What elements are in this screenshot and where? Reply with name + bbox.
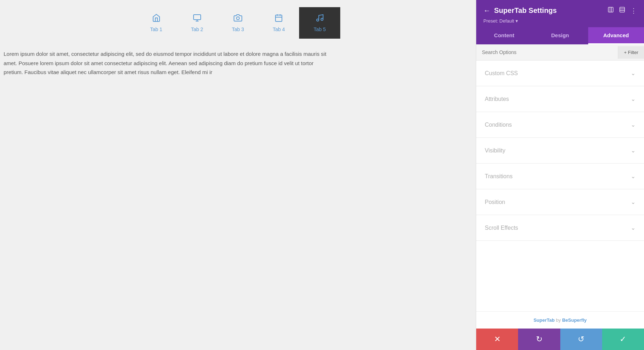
svg-rect-10 (608, 7, 613, 12)
main-area: Tab 1 Tab 2 Tab 3 Tab 4 Tab 5 (0, 0, 476, 350)
panel-icon-layout[interactable] (619, 6, 625, 15)
tab-3-icon (234, 14, 242, 24)
tab-4[interactable]: Tab 4 (258, 7, 299, 39)
panel-title-icons: ⋮ (608, 6, 637, 15)
redo-button[interactable]: ↺ (560, 329, 602, 350)
accordion-position-label: Position (485, 199, 505, 205)
tab-1-label: Tab 1 (150, 26, 162, 32)
accordion-conditions-label: Conditions (485, 122, 512, 128)
search-input[interactable] (476, 44, 618, 60)
tab-5[interactable]: Tab 5 (299, 7, 340, 39)
save-button[interactable]: ✓ (602, 329, 644, 350)
tab-2[interactable]: Tab 2 (177, 7, 218, 39)
svg-point-9 (321, 18, 323, 20)
tab-2-icon (193, 14, 201, 24)
accordion-position-chevron: ⌄ (631, 199, 635, 205)
footer-besuperfly-link[interactable]: BeSuperfly (562, 317, 587, 323)
tab-4-label: Tab 4 (273, 26, 285, 32)
accordion-custom-css-label: Custom CSS (485, 70, 518, 77)
accordion-visibility: Visibility ⌄ (476, 138, 644, 164)
tab-4-icon (274, 14, 283, 24)
save-icon: ✓ (620, 335, 626, 344)
panel-title-row: ← SuperTab Settings ⋮ (483, 6, 637, 15)
accordion-conditions-chevron: ⌄ (631, 121, 635, 128)
accordion-scroll-effects-header[interactable]: Scroll Effects ⌄ (476, 215, 644, 240)
accordion-transitions-label: Transitions (485, 173, 513, 180)
footer-supertab: SuperTab (533, 317, 555, 323)
panel-tabs: Content Design Advanced (476, 27, 644, 44)
accordion-attributes-chevron: ⌄ (631, 96, 635, 102)
accordion-scroll-effects-chevron: ⌄ (631, 224, 635, 231)
content-body: Lorem ipsum dolor sit amet, consectetur … (0, 39, 336, 84)
undo-icon: ↻ (536, 335, 542, 344)
accordion-scroll-effects: Scroll Effects ⌄ (476, 215, 644, 241)
panel-preset[interactable]: Preset: Default ▾ (483, 18, 637, 27)
tab-content[interactable]: Content (476, 27, 532, 44)
panel-title: SuperTab Settings (494, 6, 557, 15)
svg-rect-11 (620, 7, 625, 12)
accordion-visibility-label: Visibility (485, 147, 506, 154)
panel-footer: SuperTab by BeSuperfly (476, 311, 644, 329)
accordion-attributes-header[interactable]: Attributes ⌄ (476, 86, 644, 112)
search-row: + Filter (476, 44, 644, 60)
accordion-position-header[interactable]: Position ⌄ (476, 189, 644, 215)
svg-rect-0 (194, 15, 201, 20)
accordion-attributes: Attributes ⌄ (476, 86, 644, 112)
accordion-position: Position ⌄ (476, 189, 644, 215)
panel-icon-expand[interactable] (608, 6, 614, 15)
undo-button[interactable]: ↻ (518, 329, 560, 350)
tab-advanced[interactable]: Advanced (588, 27, 644, 44)
tab-1[interactable]: Tab 1 (136, 7, 176, 39)
accordion-transitions-header[interactable]: Transitions ⌄ (476, 164, 644, 189)
right-panel: ← SuperTab Settings ⋮ Preset: Default ▾ … (476, 0, 644, 350)
accordion-visibility-header[interactable]: Visibility ⌄ (476, 138, 644, 163)
tab-design[interactable]: Design (532, 27, 588, 44)
accordion-conditions-header[interactable]: Conditions ⌄ (476, 112, 644, 137)
svg-point-3 (236, 17, 239, 20)
cancel-button[interactable]: ✕ (476, 329, 518, 350)
svg-rect-4 (275, 15, 282, 21)
accordion-visibility-chevron: ⌄ (631, 147, 635, 154)
panel-icon-more[interactable]: ⋮ (630, 7, 637, 15)
tab-5-icon (316, 14, 324, 24)
back-arrow-icon[interactable]: ← (483, 6, 491, 15)
cancel-icon: ✕ (494, 335, 501, 344)
panel-body: Custom CSS ⌄ Attributes ⌄ Conditions ⌄ V… (476, 60, 644, 311)
tab-3[interactable]: Tab 3 (218, 7, 258, 39)
tab-1-icon (152, 14, 161, 24)
panel-title-left: ← SuperTab Settings (483, 6, 557, 15)
accordion-transitions-chevron: ⌄ (631, 173, 635, 180)
tab-2-label: Tab 2 (191, 26, 203, 32)
accordion-scroll-effects-label: Scroll Effects (485, 225, 518, 231)
footer-by: by (556, 317, 562, 323)
tabs-bar: Tab 1 Tab 2 Tab 3 Tab 4 Tab 5 (0, 0, 476, 39)
tab-3-label: Tab 3 (232, 26, 244, 32)
tab-5-label: Tab 5 (313, 26, 326, 32)
accordion-attributes-label: Attributes (485, 96, 509, 102)
panel-header: ← SuperTab Settings ⋮ Preset: Default ▾ (476, 0, 644, 27)
accordion-custom-css-header[interactable]: Custom CSS ⌄ (476, 60, 644, 86)
accordion-transitions: Transitions ⌄ (476, 164, 644, 189)
accordion-custom-css: Custom CSS ⌄ (476, 60, 644, 86)
accordion-custom-css-chevron: ⌄ (631, 70, 635, 77)
panel-actions: ✕ ↻ ↺ ✓ (476, 329, 644, 350)
svg-point-8 (317, 19, 319, 21)
accordion-conditions: Conditions ⌄ (476, 112, 644, 138)
redo-icon: ↺ (578, 335, 584, 344)
content-paragraph: Lorem ipsum dolor sit amet, consectetur … (4, 49, 329, 77)
filter-button[interactable]: + Filter (618, 46, 644, 59)
